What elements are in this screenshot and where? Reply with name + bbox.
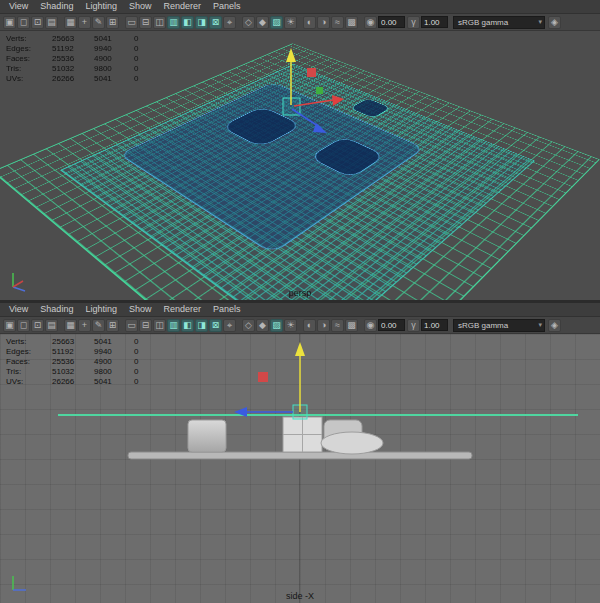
menu-view[interactable]: View [3, 0, 34, 13]
use-all-lights-icon[interactable]: ☀ [284, 16, 297, 29]
gate-mask-icon[interactable]: ◫ [153, 319, 166, 332]
grease-pencil-icon[interactable]: ✎ [92, 16, 105, 29]
gamma-icon[interactable]: γ [407, 319, 420, 332]
film-gate-icon[interactable]: ▭ [125, 319, 138, 332]
panel-toolbar: ▣ ◻ ⊡ ▤ ▦ + ✎ ⊞ ▭ ⊟ ◫ ▥ ◧ ◨ ⊠ ⌖ ◇ ◆ ▨ ☀ … [0, 14, 600, 31]
camera-lock-icon[interactable]: ◻ [17, 16, 30, 29]
hud-total: 25536 [52, 358, 94, 366]
menu-show[interactable]: Show [123, 303, 158, 316]
multisample-aa-icon[interactable]: ▩ [345, 319, 358, 332]
color-management-icon[interactable]: ◈ [548, 319, 561, 332]
side-viewport[interactable]: Verts:2566350410 Edges:5119299400 Faces:… [0, 334, 600, 603]
menu-shading[interactable]: Shading [34, 0, 79, 13]
hud-label: Edges: [6, 348, 52, 356]
ambient-occlusion-icon[interactable]: ◑ [317, 16, 330, 29]
use-all-lights-icon[interactable]: ☀ [284, 319, 297, 332]
field-chart-icon[interactable]: ▥ [167, 319, 180, 332]
safe-title-icon[interactable]: ◨ [195, 319, 208, 332]
textured-mode-icon[interactable]: ▨ [270, 319, 283, 332]
frame-all-icon[interactable]: ⊠ [209, 16, 222, 29]
menu-panels[interactable]: Panels [207, 0, 247, 13]
frame-all-icon[interactable]: ⊠ [209, 319, 222, 332]
y-axis-arrowhead[interactable] [286, 48, 296, 62]
textured-mode-icon[interactable]: ▨ [270, 16, 283, 29]
grid-toggle-icon[interactable]: ⊞ [106, 319, 119, 332]
gamma-icon[interactable]: γ [407, 16, 420, 29]
chevron-down-icon: ▾ [538, 321, 542, 329]
grid-toggle-icon[interactable]: ⊞ [106, 16, 119, 29]
menu-view[interactable]: View [3, 303, 34, 316]
exposure-icon[interactable]: ◉ [364, 319, 377, 332]
hud-selected: 9800 [94, 65, 134, 73]
bookmarks-icon[interactable]: ▤ [45, 16, 58, 29]
move-manipulator[interactable] [234, 342, 307, 419]
shadows-icon[interactable]: ◐ [303, 319, 316, 332]
image-plane-icon[interactable]: ▦ [64, 319, 77, 332]
wireframe-mode-icon[interactable]: ◇ [242, 16, 255, 29]
motion-blur-icon[interactable]: ≈ [331, 16, 344, 29]
move-manipulator[interactable] [283, 48, 344, 133]
field-chart-icon[interactable]: ▥ [167, 16, 180, 29]
exposure-icon[interactable]: ◉ [364, 16, 377, 29]
camera-attributes-icon[interactable]: ⊡ [31, 319, 44, 332]
cylinder-object[interactable] [188, 420, 226, 452]
camera-attributes-icon[interactable]: ⊡ [31, 16, 44, 29]
pan-zoom-2d-icon[interactable]: + [78, 319, 91, 332]
exposure-input[interactable] [378, 319, 405, 331]
view-transform-select[interactable]: sRGB gamma ▾ [453, 16, 545, 29]
hud-label: Edges: [6, 45, 52, 53]
hud-selected: 4900 [94, 55, 134, 63]
shadows-icon[interactable]: ◐ [303, 16, 316, 29]
frame-selection-icon[interactable]: ⌖ [223, 319, 236, 332]
safe-action-icon[interactable]: ◧ [181, 319, 194, 332]
motion-blur-icon[interactable]: ≈ [331, 319, 344, 332]
sphere-object[interactable] [321, 432, 383, 454]
gate-mask-icon[interactable]: ◫ [153, 16, 166, 29]
x-axis-arrowhead[interactable] [332, 95, 344, 106]
safe-title-icon[interactable]: ◨ [195, 16, 208, 29]
hud-total: 26266 [52, 75, 94, 83]
menu-shading[interactable]: Shading [34, 303, 79, 316]
safe-action-icon[interactable]: ◧ [181, 16, 194, 29]
image-plane-icon[interactable]: ▦ [64, 16, 77, 29]
menu-panels[interactable]: Panels [207, 303, 247, 316]
shaded-mode-icon[interactable]: ◆ [256, 319, 269, 332]
pan-zoom-2d-icon[interactable]: + [78, 16, 91, 29]
exposure-input[interactable] [378, 16, 405, 28]
menu-lighting[interactable]: Lighting [79, 303, 123, 316]
red-plane-handle[interactable] [307, 68, 316, 77]
shaded-mode-icon[interactable]: ◆ [256, 16, 269, 29]
hud-other: 0 [134, 368, 150, 376]
resolution-gate-icon[interactable]: ⊟ [139, 16, 152, 29]
perspective-viewport[interactable]: Verts:2566350410 Edges:5119299400 Faces:… [0, 31, 600, 300]
film-gate-icon[interactable]: ▭ [125, 16, 138, 29]
y-axis-arrowhead[interactable] [295, 342, 305, 356]
gamma-input[interactable] [421, 16, 448, 28]
panel-persp: View Shading Lighting Show Renderer Pane… [0, 0, 600, 300]
gamma-input[interactable] [421, 319, 448, 331]
menu-lighting[interactable]: Lighting [79, 0, 123, 13]
menu-show[interactable]: Show [123, 0, 158, 13]
camera-lock-icon[interactable]: ◻ [17, 319, 30, 332]
view-transform-select[interactable]: sRGB gamma ▾ [453, 319, 545, 332]
multisample-aa-icon[interactable]: ▩ [345, 16, 358, 29]
select-camera-icon[interactable]: ▣ [3, 16, 16, 29]
menu-renderer[interactable]: Renderer [157, 0, 207, 13]
grease-pencil-icon[interactable]: ✎ [92, 319, 105, 332]
red-plane-handle[interactable] [258, 372, 268, 382]
hud-other: 0 [134, 378, 150, 386]
ground-slab-object[interactable] [128, 452, 472, 459]
hud-total: 51032 [52, 65, 94, 73]
select-camera-icon[interactable]: ▣ [3, 319, 16, 332]
bookmarks-icon[interactable]: ▤ [45, 319, 58, 332]
menu-renderer[interactable]: Renderer [157, 303, 207, 316]
color-management-icon[interactable]: ◈ [548, 16, 561, 29]
hud-selected: 9940 [94, 348, 134, 356]
frame-selection-icon[interactable]: ⌖ [223, 16, 236, 29]
wireframe-mode-icon[interactable]: ◇ [242, 319, 255, 332]
hud-total: 25663 [52, 35, 94, 43]
green-plane-handle[interactable] [316, 87, 323, 94]
ambient-occlusion-icon[interactable]: ◑ [317, 319, 330, 332]
hud-other: 0 [134, 75, 150, 83]
resolution-gate-icon[interactable]: ⊟ [139, 319, 152, 332]
